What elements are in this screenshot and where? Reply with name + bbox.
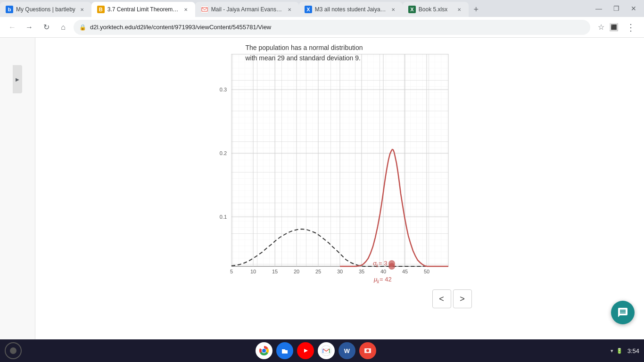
back-button[interactable]: ←	[6, 21, 19, 34]
bookmark-button[interactable]: ☆	[598, 23, 604, 32]
main-content: The population has a normal distribution…	[35, 38, 644, 362]
tab-title-mail: Mail - Jaiya Armani Evans - Out	[211, 6, 283, 13]
tab-title-m3notes: M3 all notes student Jaiya Eva	[315, 6, 387, 13]
taskbar: W ▾ 🔋 3:54	[0, 339, 644, 362]
x-label-35: 35	[358, 269, 364, 274]
tab-title-clt: 3.7 Central Limit Theorem - Pro	[107, 6, 179, 13]
chat-button[interactable]	[611, 301, 635, 324]
wifi-icon: ▾	[611, 348, 613, 354]
tab-close-bartleby[interactable]: ✕	[78, 6, 86, 13]
mu-equals: = 42	[380, 276, 392, 283]
url-bar[interactable]: 🔒 d2l.yorktech.edu/d2l/le/content/971993…	[74, 20, 590, 35]
record-indicator	[5, 342, 22, 359]
taskbar-right: ▾ 🔋 3:54	[611, 347, 639, 354]
tab-favicon-mail	[201, 6, 208, 13]
tab-title-book5: Book 5.xlsx	[419, 6, 453, 13]
svg-rect-0	[201, 6, 208, 13]
svg-point-27	[366, 349, 369, 352]
minimize-button[interactable]: —	[592, 4, 606, 13]
sidebar-toggle[interactable]: ▶	[13, 65, 22, 93]
status-indicators: ▾ 🔋	[611, 348, 623, 354]
x-label-30: 30	[337, 269, 342, 274]
forward-button[interactable]: →	[23, 21, 36, 34]
tab-close-mail[interactable]: ✕	[286, 6, 293, 13]
x-label-25: 25	[315, 269, 321, 274]
svg-point-18	[262, 349, 266, 353]
x-label-20: 20	[293, 269, 299, 274]
tab-m3notes[interactable]: X M3 all notes student Jaiya Eva ✕	[299, 2, 403, 17]
left-sidebar: ▶	[0, 38, 35, 362]
extension-icon[interactable]: 🔳	[608, 22, 619, 33]
sigma-equals: = 3	[379, 260, 387, 267]
battery-icon: 🔋	[616, 348, 623, 354]
new-tab-button[interactable]: +	[469, 2, 484, 17]
x-label-15: 15	[272, 269, 277, 274]
tab-mail[interactable]: Mail - Jaiya Armani Evans - Out ✕	[195, 2, 299, 17]
menu-button[interactable]: ⋮	[623, 21, 638, 34]
tab-close-m3notes[interactable]: ✕	[389, 6, 397, 13]
restore-button[interactable]: ❐	[610, 4, 623, 13]
x-label-45: 45	[402, 269, 407, 274]
x-label-5: 5	[230, 269, 232, 274]
page-content: ▶ The population has a normal distributi…	[0, 38, 644, 362]
taskbar-files[interactable]	[276, 342, 293, 359]
tab-bar: b My Questions | bartleby ✕ B 3.7 Centra…	[0, 0, 644, 17]
record-dot-inner	[10, 347, 17, 354]
home-button[interactable]: ⌂	[57, 21, 70, 34]
next-button[interactable]: >	[453, 289, 472, 308]
description-text: The population has a normal distribution…	[246, 42, 363, 64]
url-text: d2l.yorktech.edu/d2l/le/content/971993/v…	[90, 24, 585, 31]
close-button[interactable]: ✕	[627, 4, 640, 13]
mu-marker	[388, 263, 395, 270]
tab-close-book5[interactable]: ✕	[455, 6, 463, 13]
tab-book5[interactable]: X Book 5.xlsx ✕	[403, 2, 469, 17]
x-label-10: 10	[250, 269, 256, 274]
tab-clt[interactable]: B 3.7 Central Limit Theorem - Pro ✕	[91, 2, 195, 17]
refresh-button[interactable]: ↻	[40, 21, 53, 34]
taskbar-photos[interactable]	[359, 342, 376, 359]
prev-button[interactable]: <	[432, 289, 451, 308]
svg-text:W: W	[344, 347, 350, 354]
tab-favicon-book5: X	[408, 6, 416, 13]
graph-container: The population has a normal distribution…	[208, 42, 472, 294]
description-line1: The population has a normal distribution	[246, 44, 363, 51]
distribution-chart: 0.3 0.2 0.1 5 10 15 20	[208, 47, 453, 292]
browser-frame: b My Questions | bartleby ✕ B 3.7 Centra…	[0, 0, 644, 362]
x-label-50: 50	[423, 269, 429, 274]
description-line2: with mean 29 and standard deviation 9.	[246, 54, 361, 62]
nav-arrows: < >	[432, 289, 472, 308]
x-label-40: 40	[380, 269, 386, 274]
taskbar-word[interactable]: W	[339, 342, 355, 359]
tab-bartleby[interactable]: b My Questions | bartleby ✕	[0, 2, 91, 17]
taskbar-youtube[interactable]	[297, 342, 314, 359]
tab-title-bartleby: My Questions | bartleby	[16, 6, 75, 13]
lock-icon: 🔒	[79, 24, 86, 31]
tab-favicon-bartleby: b	[6, 6, 13, 13]
time-display: 3:54	[627, 347, 639, 354]
taskbar-gmail[interactable]	[318, 342, 335, 359]
tab-close-clt[interactable]: ✕	[182, 6, 190, 13]
taskbar-chrome[interactable]	[256, 342, 272, 359]
tab-favicon-clt: B	[97, 6, 105, 13]
taskbar-left	[5, 342, 22, 359]
y-label-01: 0.1	[219, 214, 226, 220]
address-bar: ← → ↻ ⌂ 🔒 d2l.yorktech.edu/d2l/le/conten…	[0, 17, 644, 38]
y-label-02: 0.2	[219, 150, 226, 156]
taskbar-center: W	[22, 342, 611, 359]
tab-favicon-m3notes: X	[305, 6, 312, 13]
y-label-03: 0.3	[219, 87, 226, 92]
window-controls: — ❐ ✕	[592, 0, 644, 17]
